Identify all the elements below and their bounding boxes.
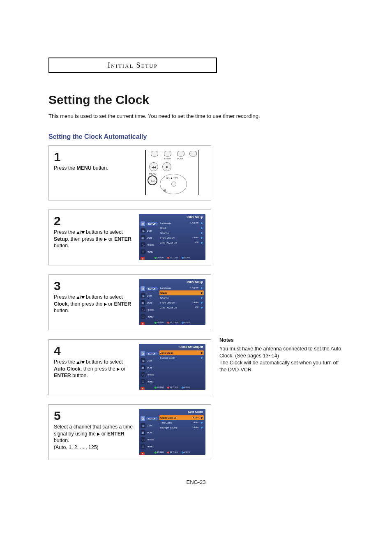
osd-sidebar-icon: ⚙ — [141, 286, 145, 291]
osd-screen-autoclock: Auto Clock⚙SETUP◉DVD▣VCR◷PROG⁝⁝FUNC✕Cloc… — [139, 409, 205, 455]
osd-menu-row: Channel▶ — [159, 230, 204, 235]
osd-sidebar-icon: ▣ — [141, 235, 145, 240]
osd-sidebar-label: FUNC — [147, 445, 154, 448]
osd-footer: ENTERRETURNMENU — [139, 386, 205, 389]
osd-screen-clock: Initial Setup⚙SETUP◉DVD▣VCR◷PROG⁝⁝FUNC✕L… — [139, 279, 205, 325]
osd-screen-setup: Initial Setup⚙SETUP◉DVD▣VCR◷PROG⁝⁝FUNC✕L… — [139, 214, 205, 260]
osd-footer-menu: MENU — [182, 451, 190, 454]
osd-sidebar-icon: ◉ — [141, 228, 145, 233]
step-3-seg-e: button. — [54, 308, 69, 313]
step-2-number: 2 — [54, 215, 134, 227]
osd-screen-autoclock-select: Clock Set /Adjust⚙SETUP◉DVD▣VCR◷PROG⁝⁝FU… — [139, 344, 205, 390]
osd-sidebar-icon: ⁝⁝ — [141, 314, 145, 319]
chevron-right-icon: ▶ — [201, 296, 203, 299]
step-1-seg-b: button. — [92, 165, 108, 171]
section-subtitle: Setting the Clock Automatically — [48, 133, 344, 140]
step-5-seg-c: button. — [54, 438, 69, 443]
osd-sidebar-icon: ◷ — [141, 437, 145, 442]
osd-sidebar-item: ◷PROG — [141, 436, 158, 443]
step-3-figure: Initial Setup⚙SETUP◉DVD▣VCR◷PROG⁝⁝FUNC✕L… — [138, 275, 211, 330]
osd-footer: ENTERRETURNMENU — [139, 256, 205, 259]
osd-sidebar-icon: ⚙ — [141, 351, 145, 356]
osd-sidebar-item: ⚙SETUP — [141, 415, 158, 422]
remote-label-play: PLAY — [177, 157, 183, 160]
osd-sidebar-icon: ◉ — [141, 423, 145, 428]
up-arrow-icon — [76, 231, 80, 234]
osd-row-label: Language — [160, 222, 171, 224]
step-4-bold-a: Auto Clock — [54, 366, 81, 372]
osd-row-value: : Off — [194, 306, 198, 309]
remote-label-chtrk: CH ▲ TRK — [166, 177, 178, 179]
osd-footer-menu: MENU — [182, 321, 190, 324]
osd-menu-row: Auto Power Off: Off▶ — [159, 305, 204, 310]
osd-menu-row: Front Display: Auto▶ — [159, 235, 204, 240]
step-2-seg-e: button. — [54, 243, 69, 249]
intro-s1: This menu is used to set the current tim… — [48, 113, 146, 119]
chevron-right-icon: ▶ — [201, 226, 203, 230]
osd-sidebar-icon: ⚙ — [141, 221, 145, 226]
osd-row-value: : Auto — [192, 236, 198, 240]
osd-menu-row: Daylight Saving: Auto▶ — [159, 425, 204, 430]
notes-block: Notes You must have the antenna connecte… — [219, 337, 347, 373]
chevron-right-icon: ▶ — [201, 351, 203, 355]
remote-stop-button: ■ — [162, 162, 171, 171]
osd-sidebar-icon: ◷ — [141, 307, 145, 312]
breadcrumb-text: INITIAL SETUP — [108, 61, 158, 70]
step-2-seg-a: Press the — [54, 229, 76, 235]
step-2-seg-d: or — [107, 236, 114, 242]
remote-dpad: CH ▲ TRK — [160, 174, 187, 194]
step-3-seg-d: or — [107, 301, 114, 307]
osd-row-label: Front Display — [160, 302, 175, 304]
chevron-right-icon: ▶ — [201, 421, 203, 424]
osd-sidebar-item: ▣VCR — [141, 364, 158, 371]
notes-p1: You must have the antenna connected to s… — [219, 345, 347, 359]
osd-menu-row: Language: English▶ — [159, 286, 204, 290]
step-3-bold-b: ENTER — [114, 301, 131, 307]
osd-menu-row: Clock Data CH: Auto▶ — [159, 415, 204, 420]
osd-row-label: Clock — [160, 227, 166, 229]
osd-sidebar-label: DVD — [147, 424, 152, 427]
osd-title: Initial Setup — [187, 216, 203, 219]
osd-sidebar-item: ⚙SETUP — [141, 221, 158, 227]
osd-row-value: : Auto — [192, 426, 198, 429]
osd-sidebar-label: VCR — [147, 237, 152, 239]
osd-row-label: Time Zone — [160, 421, 172, 424]
osd-sidebar-item: ▣VCR — [141, 429, 158, 436]
osd-sidebar-label: PROG — [147, 373, 154, 376]
osd-row-label: Daylight Saving — [160, 426, 178, 429]
osd-sidebar-label: SETUP — [146, 287, 158, 290]
step-3-text: 3 Press the / buttons to select Clock, t… — [49, 275, 138, 330]
notes-title: Notes — [219, 337, 347, 344]
remote-button — [189, 151, 197, 157]
osd-footer-return: RETURN — [167, 256, 178, 259]
intro-s2: You need to set the time to use timer re… — [148, 113, 260, 119]
osd-sidebar-item: ⁝⁝FUNC — [141, 249, 158, 255]
osd-sidebar-item: ⚙SETUP — [141, 350, 158, 357]
remote-label-stop: STOP — [164, 157, 171, 160]
right-arrow-icon — [104, 303, 107, 306]
osd-menu-row: Front Display: Auto▶ — [159, 300, 204, 305]
osd-row-value: : Auto — [192, 301, 198, 304]
step-3-seg-c: , then press the — [68, 301, 104, 307]
osd-row-value: : Auto — [191, 416, 198, 419]
osd-row-label: Auto Power Off — [160, 306, 177, 309]
breadcrumb: INITIAL SETUP — [48, 58, 217, 73]
osd-sidebar-icon: ⁝⁝ — [141, 444, 145, 449]
remote-dpad-center — [171, 182, 176, 187]
step-3: 3 Press the / buttons to select Clock, t… — [48, 274, 211, 330]
step-1-number: 1 — [54, 151, 134, 163]
step-5-bold-a: ENTER — [107, 431, 125, 437]
osd-sidebar-label: FUNC — [147, 380, 154, 383]
left-arrow-icon — [163, 189, 166, 192]
osd-sidebar-icon: ▣ — [141, 430, 145, 435]
osd-sidebar-item: ▣VCR — [141, 235, 158, 241]
osd-footer-menu: MENU — [182, 386, 190, 389]
step-4-number: 4 — [54, 345, 134, 357]
osd-title: Auto Clock — [188, 410, 203, 413]
up-arrow-icon — [76, 361, 80, 364]
step-5-seg-b: or — [100, 431, 107, 437]
chevron-right-icon: ▶ — [201, 241, 203, 244]
osd-footer-return: RETURN — [167, 321, 178, 324]
osd-row-label: Manual Clock — [160, 357, 175, 359]
osd-row-value: : Off — [194, 241, 198, 244]
